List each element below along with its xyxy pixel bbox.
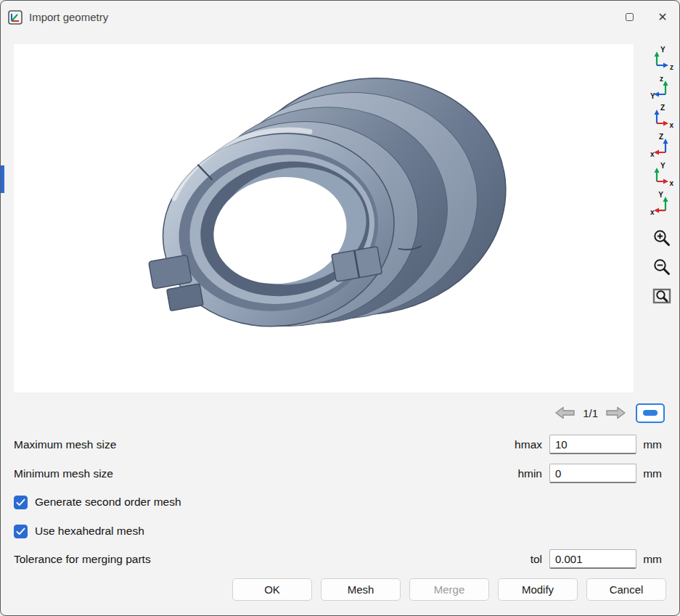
view-zx-button[interactable]: Z x [652,107,672,127]
axis-letter-1: Y [658,191,663,199]
zoom-in-icon [652,229,671,247]
ok-button[interactable]: OK [232,578,312,601]
check-icon [16,527,25,536]
zoom-window-button[interactable] [652,287,672,307]
previous-part-button[interactable] [554,404,576,422]
blue-bar-icon [643,410,658,416]
zoom-out-icon [652,258,671,276]
zoom-out-button[interactable] [652,258,672,278]
view-yx-button[interactable]: Y x [652,165,672,185]
dialog-footer: OK Mesh Merge Modify Cancel [14,578,666,601]
hmax-input[interactable] [549,435,636,454]
max-mesh-size-row: Maximum mesh size hmax mm [14,436,666,456]
axis-letter-1: Z [660,104,665,112]
hmin-unit-label: mm [643,467,662,480]
view-zx-back-button[interactable]: Z x [652,136,672,156]
second-order-mesh-checkbox[interactable] [14,496,28,509]
tol-input[interactable] [549,549,636,569]
import-geometry-dialog: Import geometry ✕ [0,0,680,616]
maximize-button[interactable] [613,1,646,33]
axis-letter-2: x [669,179,673,187]
part-page-indicator: 1/1 [583,407,598,419]
second-order-mesh-row[interactable]: Generate second order mesh [14,493,181,511]
hmin-param-label: hmin [517,467,542,480]
hexahedral-mesh-checkbox[interactable] [14,525,28,538]
view-zy-button[interactable]: z Y [652,78,672,98]
hexahedral-mesh-label: Use hexahedral mesh [35,525,144,538]
view-yx-back-button[interactable]: Y x [652,194,672,214]
zoom-in-button[interactable] [652,229,672,249]
axis-letter-1: Z [659,133,663,141]
close-button[interactable]: ✕ [646,1,679,33]
window-controls: ✕ [613,1,679,33]
tol-unit-label: mm [643,553,662,566]
min-mesh-size-label: Minimum mesh size [14,467,113,480]
hmax-unit-label: mm [643,438,662,451]
axis-letter-1: Y [660,46,665,54]
merge-button[interactable]: Merge [409,578,489,601]
axis-letter-1: z [660,75,663,83]
tolerance-label: Tolerance for merging parts [14,553,151,566]
hmin-input[interactable] [549,464,636,483]
axis-letter-2: x [650,150,655,158]
tol-param-label: tol [531,553,542,566]
cancel-button[interactable]: Cancel [586,578,666,601]
tolerance-row: Tolerance for merging parts tol mm [14,551,666,571]
max-mesh-size-label: Maximum mesh size [14,438,116,451]
hexahedral-mesh-row[interactable]: Use hexahedral mesh [14,522,144,540]
view-toolbar: Y z z Y Z x Z x [650,49,673,307]
next-part-button[interactable] [605,404,626,422]
maximize-icon [626,13,634,21]
display-mode-button[interactable] [636,403,665,423]
part-3d-model [14,44,634,393]
modify-button[interactable]: Modify [498,578,578,601]
hmax-param-label: hmax [515,438,542,451]
axis-letter-2: x [650,208,655,216]
check-icon [16,498,25,507]
min-mesh-size-row: Minimum mesh size hmin mm [14,465,666,485]
close-icon: ✕ [658,12,667,23]
axis-letter-2: z [670,63,673,71]
left-arrow-icon [554,404,576,422]
second-order-mesh-label: Generate second order mesh [35,496,181,509]
part-navigation: 1/1 [554,401,665,424]
app-icon [8,10,22,25]
3d-viewport[interactable] [14,44,634,393]
mesh-button[interactable]: Mesh [321,578,401,601]
window-title: Import geometry [29,11,108,23]
axis-letter-2: Y [650,92,655,100]
zoom-window-icon [652,287,671,305]
view-yz-button[interactable]: Y z [652,49,672,69]
axis-letter-2: x [669,121,673,129]
left-edge-blue-artifact [1,165,4,193]
titlebar[interactable]: Import geometry ✕ [1,1,679,33]
axis-letter-1: Y [660,162,665,170]
right-arrow-icon [605,404,626,422]
